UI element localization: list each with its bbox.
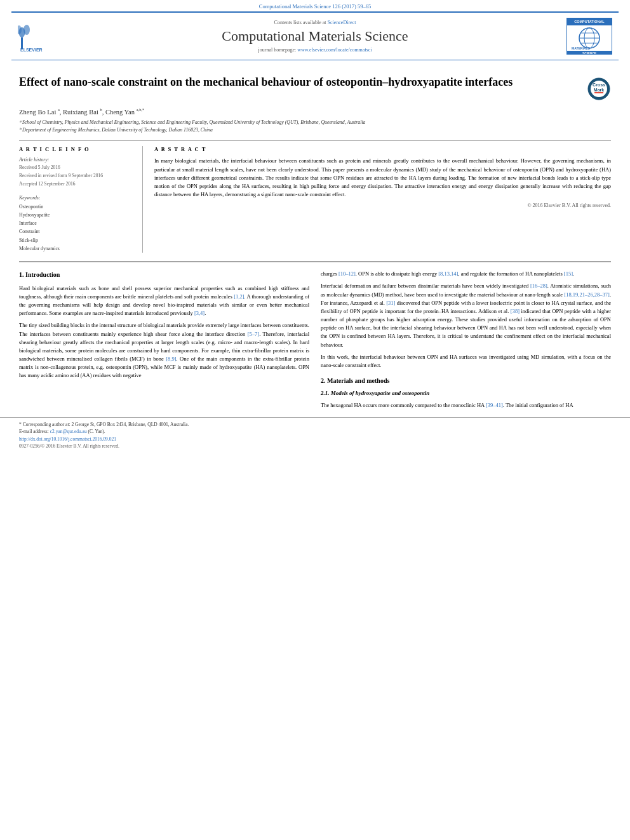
doi-line[interactable]: http://dx.doi.org/10.1016/j.commatsci.20…: [19, 436, 611, 442]
svg-text:ELSEVIER: ELSEVIER: [20, 48, 43, 52]
footer-copyright: 0927-0256/© 2016 Elsevier B.V. All right…: [19, 443, 611, 449]
abstract-text: In many biological materials, the interf…: [154, 157, 611, 199]
history-label: Article history:: [19, 157, 133, 163]
right-para3: In this work, the interfacial behaviour …: [321, 353, 611, 370]
svg-text:Mark: Mark: [594, 88, 604, 92]
footer-email-link[interactable]: c2.yan@qut.edu.au: [50, 429, 87, 434]
article-dates: Received 5 July 2016 Received in revised…: [19, 164, 133, 188]
article-title: Effect of nano-scale constraint on the m…: [19, 74, 579, 90]
article-info-column: A R T I C L E I N F O Article history: R…: [19, 146, 143, 253]
contents-label: Contents lists available at: [274, 20, 326, 25]
homepage-label: journal homepage:: [258, 47, 297, 53]
intro-para2: The tiny sized building blocks in the in…: [19, 321, 309, 380]
journal-name: Computational Materials Science: [75, 28, 555, 44]
sciencedirect-link[interactable]: ScienceDirect: [328, 20, 356, 25]
elsevier-logo: ELSEVIER: [18, 18, 75, 55]
affiliation-a: ᵃ School of Chemistry, Physics and Mecha…: [19, 119, 611, 126]
footer: * Corresponding author at: 2 George St, …: [0, 417, 630, 454]
svg-text:Cross: Cross: [593, 83, 605, 87]
intro-heading: 1. Introduction: [19, 270, 309, 280]
abstract-heading: A B S T R A C T: [154, 146, 611, 152]
intro-para1: Hard biological materials such as bone a…: [19, 284, 309, 318]
footnote-star: * Corresponding author at: 2 George St, …: [19, 422, 611, 427]
body-left-column: 1. Introduction Hard biological material…: [19, 270, 309, 410]
keywords-list: Osteopontin Hydroxyapatite Interface Con…: [19, 203, 133, 253]
svg-point-2: [23, 25, 30, 35]
right-para1: charges [10–12]. OPN is able to dissipat…: [321, 270, 611, 278]
journal-logo-right: COMPUTATIONAL MATERIALS SCIENCE: [555, 18, 612, 55]
materials-para1: 1. Introduction The hexagonal HA occurs …: [321, 401, 611, 410]
homepage-url[interactable]: www.elsevier.com/locate/commatsci: [297, 47, 372, 53]
article-info-heading: A R T I C L E I N F O: [19, 146, 133, 152]
right-para2: Interfacial deformation and failure betw…: [321, 282, 611, 349]
materials-subheading: 2.1. Models of hydroxyapatite and osteop…: [321, 389, 611, 398]
journal-citation: Computational Materials Science 126 (201…: [259, 3, 371, 10]
affiliation-b: ᵇ Department of Engineering Mechanics, D…: [19, 126, 611, 134]
journal-header-center: Contents lists available at ScienceDirec…: [75, 20, 555, 53]
abstract-copyright: © 2016 Elsevier B.V. All rights reserved…: [154, 203, 611, 208]
body-right-column: charges [10–12]. OPN is able to dissipat…: [321, 270, 611, 410]
svg-text:MATERIALS: MATERIALS: [572, 46, 590, 50]
logo-box-bottom: MATERIALS: [567, 25, 612, 51]
email-line: E-mail address: c2.yan@qut.edu.au (C. Ya…: [19, 429, 611, 434]
affiliations: ᵃ School of Chemistry, Physics and Mecha…: [19, 119, 611, 135]
logo-box-top: COMPUTATIONAL: [567, 18, 612, 25]
crossmark-badge[interactable]: Cross Mark: [587, 77, 611, 102]
materials-heading: 2. Materials and methods: [321, 376, 611, 386]
keywords-label: Keywords:: [19, 195, 133, 201]
abstract-column: A B S T R A C T In many biological mater…: [154, 146, 611, 253]
authors-line: Zheng Bo Lai a, Ruixiang Bai b, Cheng Ya…: [19, 107, 611, 116]
